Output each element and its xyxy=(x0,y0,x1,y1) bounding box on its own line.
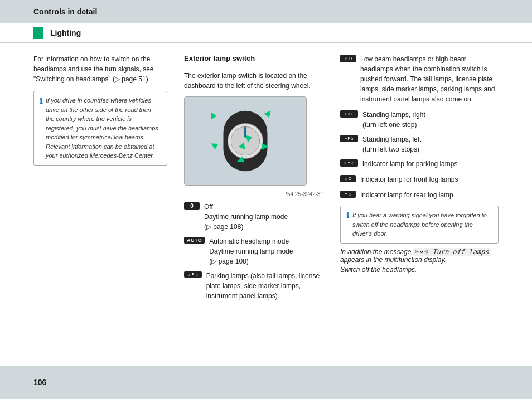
indicator-parking-badge: ☼⚬☼ xyxy=(340,159,358,167)
page-footer: 106 xyxy=(0,366,532,399)
note1: In addition the message ☼⚬☼ Turn off lam… xyxy=(340,248,499,264)
standing-left-item: −P≥ Standing lamps, left(turn left two s… xyxy=(340,134,499,154)
indicator-rear-fog-item: ⚬☼ Indicator lamp for rear fog lamp xyxy=(340,190,499,200)
note1-code: ☼⚬☼ Turn off lamps xyxy=(413,248,491,256)
high-beam-text: Low beam headlamps or high beam headlamp… xyxy=(360,54,499,104)
switch-item-auto: AUTO Automatic headlamp modeDaytime runn… xyxy=(184,236,323,266)
middle-column: Exterior lamp switch The exterior lamp s… xyxy=(184,54,323,354)
indicator-front-fog-text: Indicator lamp for front fog lamps xyxy=(360,174,458,184)
info-icon: ℹ xyxy=(40,96,42,160)
note2: Switch off the headlamps. xyxy=(340,266,499,274)
right-column: ☼D Low beam headlamps or high beam headl… xyxy=(340,54,499,354)
indicator-front-fog-item: ☼D Indicator lamp for front fog lamps xyxy=(340,174,499,184)
standing-right-item: P≥+ Standing lamps, right(turn left one … xyxy=(340,110,499,130)
warning-box: ℹ If you hear a warning signal you have … xyxy=(340,206,499,244)
indicator-parking-text: Indicator lamp for parking lamps xyxy=(362,159,458,169)
standing-right-text: Standing lamps, right(turn left one stop… xyxy=(362,110,425,130)
section-header: Lighting xyxy=(0,23,532,43)
switch-item-off: 0 OffDaytime running lamp mode(▷ page 10… xyxy=(184,202,323,232)
diagram-caption: P54.25-3242-31 xyxy=(184,191,323,197)
info-box-text: If you drive in countries where vehicles… xyxy=(46,96,161,160)
exterior-lamp-subheader: Exterior lamp switch xyxy=(184,54,323,65)
header-title: Controls in detail xyxy=(33,7,97,16)
switch-item-parking: ☼⚬☼ Parking lamps (also tail lamps, lice… xyxy=(184,271,323,301)
green-bar-indicator xyxy=(33,27,43,39)
indicator-rear-fog-text: Indicator lamp for rear fog lamp xyxy=(360,190,453,200)
indicator-rear-fog-badge: ⚬☼ xyxy=(340,191,356,198)
indicator-parking-item: ☼⚬☼ Indicator lamp for parking lamps xyxy=(340,159,499,169)
info-box: ℹ If you drive in countries where vehicl… xyxy=(33,91,167,166)
page-number: 106 xyxy=(33,378,46,387)
off-text: OffDaytime running lamp mode(▷ page 108) xyxy=(204,202,288,232)
warning-info-icon: ℹ xyxy=(346,211,349,239)
note1-text: In addition the message xyxy=(340,248,413,256)
parking-switch-badge: ☼⚬☼ xyxy=(184,271,202,278)
standing-left-text: Standing lamps, left(turn left two stops… xyxy=(362,134,421,154)
lamp-switch-diagram xyxy=(184,96,307,186)
parking-text: Parking lamps (also tail lamps, license … xyxy=(206,271,323,301)
intro-text: For information on how to switch on the … xyxy=(33,54,167,84)
note1-end: appears in the multifunction display. xyxy=(340,256,446,264)
warning-text: If you hear a warning signal you have fo… xyxy=(352,211,492,239)
section-title: Lighting xyxy=(50,28,81,37)
indicator-front-fog-badge: ☼D xyxy=(340,175,356,182)
high-beam-badge: ☼D xyxy=(340,55,356,62)
standing-right-badge: P≥+ xyxy=(340,110,358,118)
high-beam-item: ☼D Low beam headlamps or high beam headl… xyxy=(340,54,499,104)
off-badge: 0 xyxy=(184,202,200,210)
main-content: For information on how to switch on the … xyxy=(0,43,532,365)
left-column: For information on how to switch on the … xyxy=(33,54,167,354)
standing-left-badge: −P≥ xyxy=(340,135,358,142)
auto-badge: AUTO xyxy=(184,237,205,244)
exterior-lamp-description: The exterior lamp switch is located on t… xyxy=(184,71,323,91)
page-header: Controls in detail xyxy=(0,0,532,23)
auto-text: Automatic headlamp modeDaytime running l… xyxy=(209,236,293,266)
